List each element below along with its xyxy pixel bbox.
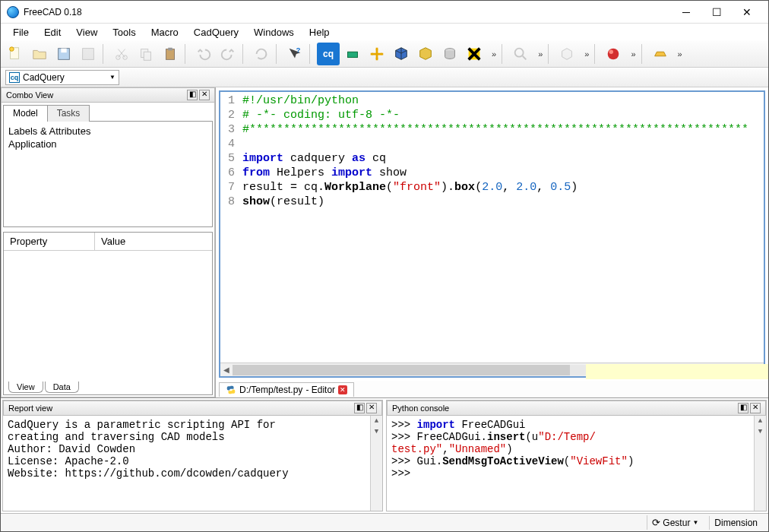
whatsthis-icon[interactable]: ? <box>283 43 306 65</box>
svg-rect-3 <box>61 48 66 52</box>
toolbar-overflow[interactable]: » <box>487 49 498 59</box>
report-float-button[interactable]: ◧ <box>354 403 365 413</box>
tab-view[interactable]: View <box>8 382 43 393</box>
hazard-icon[interactable] <box>463 43 486 65</box>
console-float-button[interactable]: ◧ <box>738 403 748 413</box>
svg-rect-8 <box>144 52 150 60</box>
statusbar: ⟳ Gestur ▼ Dimension <box>1 513 768 531</box>
menu-file[interactable]: File <box>5 25 36 40</box>
menu-cadquery[interactable]: CadQuery <box>186 25 246 40</box>
panel-float-button[interactable]: ◧ <box>187 90 198 100</box>
toolbar-overflow-4[interactable]: » <box>626 49 638 59</box>
nav-style-button[interactable]: ⟳ Gestur ▼ <box>647 515 703 530</box>
minimize-button[interactable]: ─ <box>671 2 701 23</box>
part-icon[interactable] <box>555 43 578 65</box>
paste-icon[interactable] <box>159 43 182 65</box>
main-body: Combo View ◧ ✕ Model Tasks Labels & Attr… <box>1 87 768 397</box>
menu-view[interactable]: View <box>68 25 105 40</box>
maximize-button[interactable]: ☐ <box>701 2 732 23</box>
bottom-panels: Report view◧✕ CadQuery is a parametric s… <box>1 397 768 513</box>
property-bottom-tabs: View Data <box>4 380 212 394</box>
python-icon <box>226 385 236 395</box>
new-file-icon[interactable] <box>4 43 27 65</box>
report-view-panel: Report view◧✕ CadQuery is a parametric s… <box>2 400 383 511</box>
svg-rect-10 <box>168 47 172 50</box>
dimension-label[interactable]: Dimension <box>709 516 762 530</box>
report-close-button[interactable]: ✕ <box>366 403 377 413</box>
menu-macro[interactable]: Macro <box>144 25 186 40</box>
save-as-icon[interactable] <box>77 43 100 65</box>
cube-yellow-icon[interactable] <box>414 43 437 65</box>
svg-point-1 <box>10 46 14 51</box>
open-file-icon[interactable] <box>28 43 51 65</box>
undo-icon[interactable] <box>192 43 215 65</box>
combo-tabs: Model Tasks <box>3 104 213 121</box>
window-title: FreeCAD 0.18 <box>24 7 671 17</box>
close-tab-icon[interactable]: ✕ <box>338 385 347 394</box>
svg-rect-12 <box>348 52 358 57</box>
console-close-button[interactable]: ✕ <box>750 403 761 413</box>
svg-point-17 <box>609 49 614 54</box>
svg-rect-4 <box>83 48 94 59</box>
workbench-toolbar: cq CadQuery ▼ <box>1 68 768 87</box>
dropdown-icon: ▼ <box>692 519 698 526</box>
prop-col-value: Value <box>95 233 131 250</box>
panel-close-button[interactable]: ✕ <box>199 90 210 100</box>
svg-rect-9 <box>166 49 175 59</box>
save-icon[interactable] <box>52 43 75 65</box>
report-view-body[interactable]: CadQuery is a parametric scripting API f… <box>3 416 382 511</box>
tab-tasks[interactable]: Tasks <box>47 105 90 122</box>
tab-data[interactable]: Data <box>45 382 79 393</box>
line-gutter: 12345678 <box>220 92 239 363</box>
cylinder-icon[interactable] <box>438 43 461 65</box>
red-sphere-icon[interactable] <box>602 43 625 65</box>
redo-icon[interactable] <box>217 43 239 65</box>
toolbar-overflow-3[interactable]: » <box>580 49 591 59</box>
report-vscrollbar[interactable]: ▲▼ <box>370 416 382 511</box>
code-editor[interactable]: 12345678 #!/usr/bin/python# -*- coding: … <box>220 92 764 363</box>
code-area[interactable]: #!/usr/bin/python# -*- coding: utf-8 -*-… <box>239 92 752 363</box>
dropdown-icon: ▼ <box>109 74 116 81</box>
chip-icon[interactable] <box>341 43 364 65</box>
python-console-panel: Python console◧✕ >>> import FreeCADGui>>… <box>386 400 767 511</box>
app-icon <box>7 6 19 18</box>
move-icon[interactable] <box>366 43 388 65</box>
menu-windows[interactable]: Windows <box>246 25 302 40</box>
python-console-body[interactable]: >>> import FreeCADGui>>> FreeCADGui.inse… <box>387 416 766 511</box>
menu-help[interactable]: Help <box>302 25 337 40</box>
cq-icon: cq <box>9 72 20 83</box>
right-pane: 12345678 #!/usr/bin/python# -*- coding: … <box>216 87 768 397</box>
prop-col-property: Property <box>4 233 95 250</box>
workbench-name: CadQuery <box>23 72 65 83</box>
tab-model[interactable]: Model <box>3 105 48 122</box>
cq-logo-icon[interactable]: cq <box>317 43 340 65</box>
editor-tab-filename: D:/Temp/test.py <box>239 385 302 395</box>
menubar: FileEditViewToolsMacroCadQueryWindowsHel… <box>1 24 768 40</box>
toolbar-overflow-5[interactable]: » <box>673 49 685 59</box>
cut-icon[interactable] <box>110 43 133 65</box>
editor-panel: 12345678 #!/usr/bin/python# -*- coding: … <box>219 90 765 378</box>
editor-tabbar: D:/Temp/test.py - Editor ✕ <box>216 381 768 397</box>
svg-point-15 <box>515 48 524 56</box>
svg-point-16 <box>608 48 619 59</box>
zoom-icon[interactable] <box>509 43 532 65</box>
combo-view-title: Combo View ◧ ✕ <box>1 87 215 103</box>
tree-root[interactable]: Application <box>8 138 207 150</box>
close-button[interactable]: ✕ <box>732 2 762 23</box>
copy-icon[interactable] <box>134 43 157 65</box>
tree-header: Labels & Attributes <box>8 125 207 138</box>
gold-bar-icon[interactable] <box>649 43 672 65</box>
titlebar: FreeCAD 0.18 ─ ☐ ✕ <box>1 1 768 24</box>
console-vscrollbar[interactable]: ▲▼ <box>754 416 766 511</box>
editor-tab[interactable]: D:/Temp/test.py - Editor ✕ <box>219 382 354 397</box>
cube-blue-icon[interactable] <box>390 43 413 65</box>
workbench-selector[interactable]: cq CadQuery ▼ <box>5 70 119 85</box>
toolbar-overflow-2[interactable]: » <box>533 49 545 59</box>
refresh-icon[interactable] <box>250 43 273 65</box>
menu-tools[interactable]: Tools <box>105 25 143 40</box>
menu-edit[interactable]: Edit <box>36 25 68 40</box>
highlight-strip <box>586 364 768 379</box>
property-view: Property Value View Data <box>3 232 213 395</box>
tree-view[interactable]: Labels & Attributes Application <box>3 121 213 227</box>
reload-icon: ⟳ <box>652 517 660 528</box>
